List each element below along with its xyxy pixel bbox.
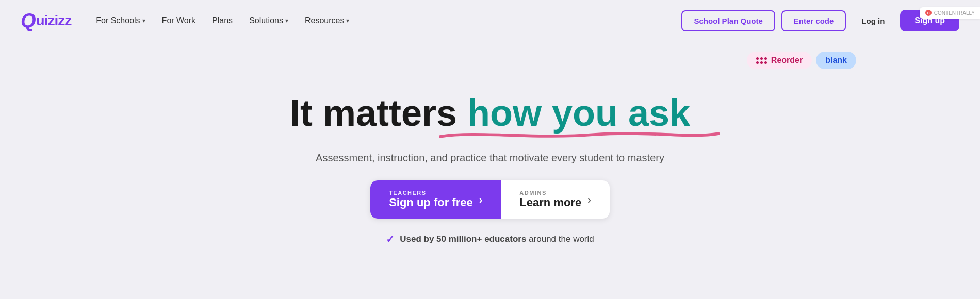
logo-q: Q <box>21 10 35 32</box>
blank-pill: blank <box>816 52 856 69</box>
logo-text: uizizz <box>36 12 72 29</box>
content-rally-label: CONTENTRALLY <box>934 10 975 16</box>
teachers-label-small: TEACHERS <box>389 190 427 196</box>
social-proof-text: Used by 50 million+ educators around the… <box>400 234 594 244</box>
underline-swoop-icon <box>439 129 739 141</box>
blank-label: blank <box>825 56 847 64</box>
nav-left: Q uizizz For Schools ▾ For Work Plans So… <box>21 10 355 32</box>
content-rally-badge: C CONTENTRALLY <box>920 7 980 19</box>
logo[interactable]: Q uizizz <box>21 10 71 32</box>
hero-section: Reorder blank It matters how you ask Ass… <box>0 41 980 245</box>
nav-item-solutions[interactable]: Solutions ▾ <box>243 12 295 29</box>
headline-teal: how you ask <box>467 93 690 134</box>
social-proof-bold: Used by 50 million+ educators <box>400 234 526 244</box>
reorder-badge: Reorder blank <box>747 52 856 69</box>
chevron-down-icon: ▾ <box>142 17 145 24</box>
svg-text:C: C <box>927 11 930 15</box>
admins-cta-text: ADMINS Learn more <box>519 190 581 209</box>
nav-label-plans: Plans <box>212 16 233 25</box>
nav-item-plans[interactable]: Plans <box>206 12 239 29</box>
log-in-button[interactable]: Log in <box>852 11 894 30</box>
nav-label-for-schools: For Schools <box>96 16 140 25</box>
subheadline: Assessment, instruction, and practice th… <box>316 152 664 164</box>
nav-links: For Schools ▾ For Work Plans Solutions ▾… <box>90 12 355 29</box>
admins-label-main: Learn more <box>519 196 581 209</box>
reorder-label: Reorder <box>771 56 803 65</box>
navbar: Q uizizz For Schools ▾ For Work Plans So… <box>0 0 980 41</box>
headline-plain: It matters <box>290 92 467 134</box>
nav-item-for-schools[interactable]: For Schools ▾ <box>90 12 151 29</box>
chevron-down-icon: ▾ <box>346 17 349 24</box>
reorder-dots-icon <box>756 57 767 64</box>
nav-right: School Plan Quote Enter code Log in Sign… <box>681 10 959 31</box>
reorder-pill: Reorder <box>747 52 812 69</box>
teachers-label-main: Sign up for free <box>389 196 473 209</box>
admins-cta-button[interactable]: ADMINS Learn more › <box>501 180 610 219</box>
nav-item-for-work[interactable]: For Work <box>156 12 202 29</box>
content-rally-icon: C <box>925 9 932 16</box>
admins-arrow-icon: › <box>587 194 591 206</box>
school-plan-quote-button[interactable]: School Plan Quote <box>681 10 775 31</box>
social-proof: ✓ Used by 50 million+ educators around t… <box>386 233 594 245</box>
nav-label-for-work: For Work <box>162 16 195 25</box>
teachers-cta-button[interactable]: TEACHERS Sign up for free › <box>370 180 501 219</box>
admins-label-small: ADMINS <box>519 190 546 196</box>
social-proof-rest: around the world <box>526 234 594 244</box>
nav-label-resources: Resources <box>305 16 344 25</box>
nav-label-solutions: Solutions <box>249 16 283 25</box>
teachers-cta-text: TEACHERS Sign up for free <box>389 190 473 209</box>
chevron-down-icon: ▾ <box>285 17 288 24</box>
nav-item-resources[interactable]: Resources ▾ <box>299 12 355 29</box>
enter-code-button[interactable]: Enter code <box>781 10 846 31</box>
main-headline: It matters how you ask <box>290 93 690 134</box>
cta-group: TEACHERS Sign up for free › ADMINS Learn… <box>370 180 610 219</box>
teachers-arrow-icon: › <box>479 194 483 206</box>
check-icon: ✓ <box>386 233 395 245</box>
